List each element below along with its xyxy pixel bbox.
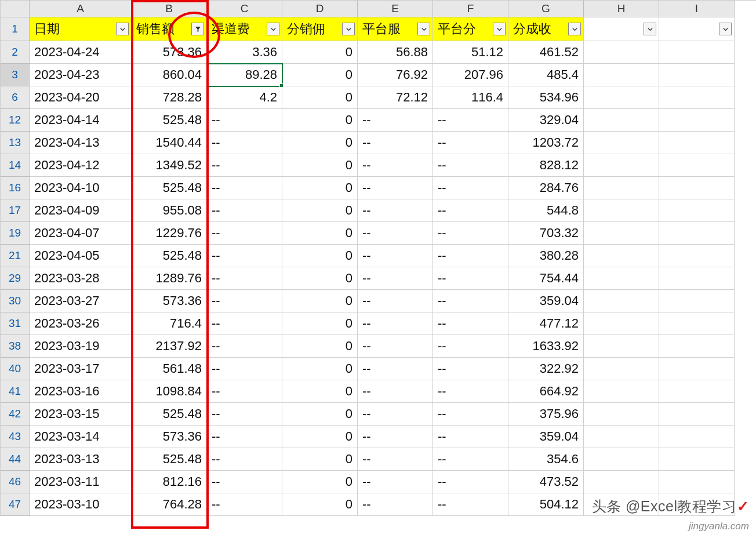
cell-A2[interactable]: 2023-04-24 bbox=[30, 41, 132, 64]
cell-G12[interactable]: 329.04 bbox=[508, 109, 584, 132]
cell-A46[interactable]: 2023-03-11 bbox=[30, 471, 132, 493]
cell-H2[interactable] bbox=[584, 41, 659, 64]
row-header-21[interactable]: 21 bbox=[1, 245, 30, 267]
cell-E21[interactable]: -- bbox=[358, 245, 433, 267]
cell-C41[interactable]: -- bbox=[207, 380, 282, 403]
cell-E44[interactable]: -- bbox=[358, 448, 433, 471]
row-header-38[interactable]: 38 bbox=[1, 335, 30, 358]
cell-H29[interactable] bbox=[584, 267, 659, 290]
cell-G3[interactable]: 485.4 bbox=[508, 64, 584, 86]
fill-handle[interactable] bbox=[279, 83, 284, 88]
cell-B21[interactable]: 525.48 bbox=[132, 245, 207, 267]
cell-C44[interactable]: -- bbox=[207, 448, 282, 471]
cell-B30[interactable]: 573.36 bbox=[132, 290, 207, 312]
cell-D44[interactable]: 0 bbox=[282, 448, 358, 471]
cell-A14[interactable]: 2023-04-12 bbox=[30, 154, 132, 177]
column-header-B[interactable]: B bbox=[132, 1, 207, 17]
cell-G21[interactable]: 380.28 bbox=[508, 245, 584, 267]
cell-I17[interactable] bbox=[659, 199, 735, 222]
cell-C19[interactable]: -- bbox=[207, 222, 282, 245]
cell-H41[interactable] bbox=[584, 380, 659, 403]
cell-D29[interactable]: 0 bbox=[282, 267, 358, 290]
cell-B41[interactable]: 1098.84 bbox=[132, 380, 207, 403]
cell-C21[interactable]: -- bbox=[207, 245, 282, 267]
cell-I3[interactable] bbox=[659, 64, 735, 86]
cell-E17[interactable]: -- bbox=[358, 199, 433, 222]
filter-button-G[interactable] bbox=[568, 23, 581, 35]
cell-H16[interactable] bbox=[584, 177, 659, 199]
cell-I31[interactable] bbox=[659, 312, 735, 335]
filter-button-I[interactable] bbox=[719, 23, 732, 35]
filter-button-D[interactable] bbox=[342, 23, 355, 35]
cell-A44[interactable]: 2023-03-13 bbox=[30, 448, 132, 471]
cell-E14[interactable]: -- bbox=[358, 154, 433, 177]
cell-B17[interactable]: 955.08 bbox=[132, 199, 207, 222]
row-header-31[interactable]: 31 bbox=[1, 312, 30, 335]
cell-I44[interactable] bbox=[659, 448, 735, 471]
cell-F17[interactable]: -- bbox=[433, 199, 508, 222]
cell-F46[interactable]: -- bbox=[433, 471, 508, 493]
cell-E47[interactable]: -- bbox=[358, 493, 433, 516]
column-header-G[interactable]: G bbox=[508, 1, 584, 17]
cell-C29[interactable]: -- bbox=[207, 267, 282, 290]
cell-D13[interactable]: 0 bbox=[282, 132, 358, 154]
cell-H14[interactable] bbox=[584, 154, 659, 177]
cell-F21[interactable]: -- bbox=[433, 245, 508, 267]
cell-H19[interactable] bbox=[584, 222, 659, 245]
header-cell-B[interactable]: 销售额 bbox=[132, 17, 207, 41]
filter-button-C[interactable] bbox=[267, 23, 279, 35]
cell-F42[interactable]: -- bbox=[433, 403, 508, 426]
cell-E13[interactable]: -- bbox=[358, 132, 433, 154]
cell-B6[interactable]: 728.28 bbox=[132, 86, 207, 109]
filter-button-B[interactable] bbox=[191, 23, 204, 35]
row-header-1[interactable]: 1 bbox=[1, 17, 30, 41]
cell-H21[interactable] bbox=[584, 245, 659, 267]
cell-B2[interactable]: 573.36 bbox=[132, 41, 207, 64]
cell-E3[interactable]: 76.92 bbox=[358, 64, 433, 86]
cell-C14[interactable]: -- bbox=[207, 154, 282, 177]
cell-D40[interactable]: 0 bbox=[282, 358, 358, 380]
cell-F6[interactable]: 116.4 bbox=[433, 86, 508, 109]
row-header-13[interactable]: 13 bbox=[1, 132, 30, 154]
cell-G6[interactable]: 534.96 bbox=[508, 86, 584, 109]
cell-F19[interactable]: -- bbox=[433, 222, 508, 245]
row-header-12[interactable]: 12 bbox=[1, 109, 30, 132]
cell-C31[interactable]: -- bbox=[207, 312, 282, 335]
cell-E29[interactable]: -- bbox=[358, 267, 433, 290]
cell-B38[interactable]: 2137.92 bbox=[132, 335, 207, 358]
cell-I30[interactable] bbox=[659, 290, 735, 312]
column-header-D[interactable]: D bbox=[282, 1, 358, 17]
cell-G42[interactable]: 375.96 bbox=[508, 403, 584, 426]
cell-D16[interactable]: 0 bbox=[282, 177, 358, 199]
row-header-17[interactable]: 17 bbox=[1, 199, 30, 222]
cell-A13[interactable]: 2023-04-13 bbox=[30, 132, 132, 154]
cell-E30[interactable]: -- bbox=[358, 290, 433, 312]
cell-G2[interactable]: 461.52 bbox=[508, 41, 584, 64]
cell-C17[interactable]: -- bbox=[207, 199, 282, 222]
cell-D31[interactable]: 0 bbox=[282, 312, 358, 335]
cell-C38[interactable]: -- bbox=[207, 335, 282, 358]
cell-D42[interactable]: 0 bbox=[282, 403, 358, 426]
cell-E38[interactable]: -- bbox=[358, 335, 433, 358]
cell-E42[interactable]: -- bbox=[358, 403, 433, 426]
cell-H17[interactable] bbox=[584, 199, 659, 222]
cell-I19[interactable] bbox=[659, 222, 735, 245]
cell-F41[interactable]: -- bbox=[433, 380, 508, 403]
cell-C12[interactable]: -- bbox=[207, 109, 282, 132]
cell-F13[interactable]: -- bbox=[433, 132, 508, 154]
cell-H42[interactable] bbox=[584, 403, 659, 426]
cell-A43[interactable]: 2023-03-14 bbox=[30, 426, 132, 448]
cell-H12[interactable] bbox=[584, 109, 659, 132]
cell-D14[interactable]: 0 bbox=[282, 154, 358, 177]
cell-A21[interactable]: 2023-04-05 bbox=[30, 245, 132, 267]
cell-A30[interactable]: 2023-03-27 bbox=[30, 290, 132, 312]
cell-I21[interactable] bbox=[659, 245, 735, 267]
cell-B3[interactable]: 860.04 bbox=[132, 64, 207, 86]
cell-C42[interactable]: -- bbox=[207, 403, 282, 426]
cell-H40[interactable] bbox=[584, 358, 659, 380]
filter-button-H[interactable] bbox=[644, 23, 656, 35]
cell-F31[interactable]: -- bbox=[433, 312, 508, 335]
cell-D46[interactable]: 0 bbox=[282, 471, 358, 493]
cell-H31[interactable] bbox=[584, 312, 659, 335]
cell-B29[interactable]: 1289.76 bbox=[132, 267, 207, 290]
